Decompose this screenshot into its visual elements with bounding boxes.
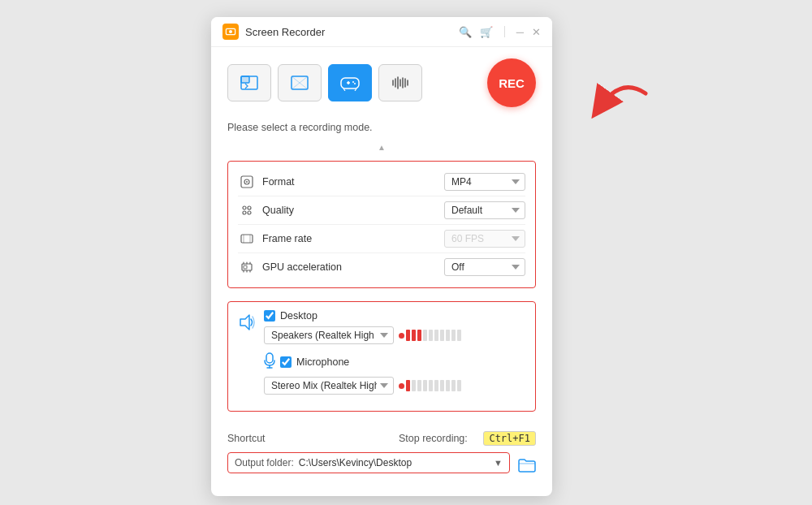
format-icon xyxy=(238,173,256,191)
svg-point-2 xyxy=(229,30,232,33)
svg-rect-19 xyxy=(241,235,253,243)
svg-point-14 xyxy=(246,181,248,183)
vol-seg-1 xyxy=(406,330,410,341)
format-select[interactable]: MP4 MOV AVI GIF xyxy=(444,173,525,191)
svg-marker-22 xyxy=(240,315,249,330)
arrow-indicator xyxy=(589,61,654,128)
vol-seg-8 xyxy=(446,330,450,341)
gpu-icon xyxy=(238,258,256,276)
gpu-control: Off On xyxy=(444,258,525,276)
framerate-label: Frame rate xyxy=(262,233,444,244)
stop-recording-label: Stop recording: xyxy=(399,433,468,444)
format-control: MP4 MOV AVI GIF xyxy=(444,173,525,191)
cart-icon[interactable]: 🛒 xyxy=(480,26,493,38)
svg-point-11 xyxy=(354,83,356,84)
format-label: Format xyxy=(262,176,444,188)
mic-vol-seg-2 xyxy=(412,380,416,391)
svg-point-18 xyxy=(248,211,251,214)
output-folder-section: Output folder: ▼ xyxy=(227,452,510,473)
mode-partial-screen-button[interactable] xyxy=(227,64,271,101)
gpu-label: GPU acceleration xyxy=(262,261,444,273)
vol-seg-4 xyxy=(423,330,427,341)
settings-content: Format MP4 MOV AVI GIF xyxy=(211,154,552,496)
main-window: Screen Recorder 🔍 🛒 ─ ✕ xyxy=(211,17,552,496)
mode-audio-button[interactable] xyxy=(378,64,422,101)
vol-seg-9 xyxy=(451,330,456,341)
vol-seg-6 xyxy=(434,330,438,341)
output-label: Output folder: xyxy=(235,457,294,468)
shortcut-row: Shortcut Stop recording: Ctrl+F1 xyxy=(227,425,536,452)
minimize-icon[interactable]: ─ xyxy=(516,26,524,38)
mic-vol-seg-9 xyxy=(451,380,456,391)
mode-subtitle: Please select a recording mode. xyxy=(211,119,552,141)
app-icon xyxy=(222,24,239,40)
vol-seg-5 xyxy=(429,330,433,341)
title-bar: Screen Recorder 🔍 🛒 ─ ✕ xyxy=(211,17,552,47)
audio-settings-section: Desktop Speakers (Realtek High De... xyxy=(227,301,536,412)
mode-game-button[interactable] xyxy=(328,64,372,101)
desktop-checkbox[interactable] xyxy=(264,310,275,322)
svg-point-16 xyxy=(248,206,251,209)
mode-toolbar: REC xyxy=(211,47,552,119)
svg-rect-21 xyxy=(244,265,247,269)
mic-vol-seg-4 xyxy=(423,380,427,391)
quality-label: Quality xyxy=(262,205,444,216)
framerate-select[interactable]: 60 FPS xyxy=(444,230,525,248)
svg-rect-4 xyxy=(241,76,249,83)
desktop-device-row: Speakers (Realtek High De... xyxy=(264,326,525,344)
audio-icon xyxy=(238,310,256,403)
quality-icon xyxy=(238,201,256,219)
microphone-device-select[interactable]: Stereo Mix (Realtek High D... xyxy=(264,377,394,395)
shortcut-key: Ctrl+F1 xyxy=(483,431,536,446)
microphone-device-row: Stereo Mix (Realtek High D... xyxy=(264,377,525,395)
svg-point-15 xyxy=(243,206,246,209)
shortcut-label: Shortcut xyxy=(227,433,266,444)
mode-full-screen-button[interactable] xyxy=(278,64,322,101)
quality-setting-row: Quality Default High Medium Low xyxy=(238,196,525,225)
desktop-label: Desktop xyxy=(280,310,317,322)
svg-point-10 xyxy=(352,81,354,83)
mic-vol-seg-8 xyxy=(446,380,450,391)
framerate-icon xyxy=(238,230,256,248)
desktop-device-select[interactable]: Speakers (Realtek High De... xyxy=(264,326,394,344)
mic-vol-seg-5 xyxy=(429,380,433,391)
separator xyxy=(504,26,505,37)
window-title: Screen Recorder xyxy=(245,26,459,38)
close-icon[interactable]: ✕ xyxy=(532,26,541,38)
mic-vol-dot xyxy=(399,383,404,389)
output-row: Output folder: ▼ xyxy=(227,452,536,481)
quality-select[interactable]: Default High Medium Low xyxy=(444,201,525,219)
mic-vol-seg-1 xyxy=(406,380,410,391)
framerate-setting-row: Frame rate 60 FPS xyxy=(238,225,525,253)
mic-vol-seg-7 xyxy=(440,380,444,391)
vol-seg-10 xyxy=(457,330,461,341)
desktop-volume-bar xyxy=(399,330,461,341)
svg-rect-23 xyxy=(266,353,273,363)
microphone-label: Microphone xyxy=(296,356,349,368)
svg-point-17 xyxy=(243,211,246,214)
scroll-up-indicator[interactable]: ▲ xyxy=(211,141,552,154)
mic-vol-seg-10 xyxy=(457,380,461,391)
mic-vol-seg-6 xyxy=(434,380,438,391)
vol-seg-7 xyxy=(440,330,444,341)
search-icon[interactable]: 🔍 xyxy=(459,26,472,38)
video-settings-section: Format MP4 MOV AVI GIF xyxy=(227,161,536,288)
microphone-checkbox[interactable] xyxy=(280,356,292,368)
mic-vol-bars xyxy=(406,380,461,391)
audio-content: Desktop Speakers (Realtek High De... xyxy=(264,310,525,403)
open-folder-button[interactable] xyxy=(518,458,536,477)
format-setting-row: Format MP4 MOV AVI GIF xyxy=(238,168,525,196)
vol-seg-3 xyxy=(417,330,421,341)
vol-dot xyxy=(399,333,404,339)
title-actions: 🔍 🛒 ─ ✕ xyxy=(459,26,541,38)
output-dropdown-icon[interactable]: ▼ xyxy=(494,458,503,468)
gpu-select[interactable]: Off On xyxy=(444,258,525,276)
vol-bars xyxy=(406,330,461,341)
framerate-control: 60 FPS xyxy=(444,230,525,248)
microphone-audio-row: Microphone xyxy=(264,352,525,372)
rec-button[interactable]: REC xyxy=(487,58,536,107)
desktop-audio-row: Desktop xyxy=(264,310,525,322)
gpu-setting-row: GPU acceleration Off On xyxy=(238,253,525,281)
microphone-icon xyxy=(264,352,275,372)
output-path-input[interactable] xyxy=(299,457,489,468)
